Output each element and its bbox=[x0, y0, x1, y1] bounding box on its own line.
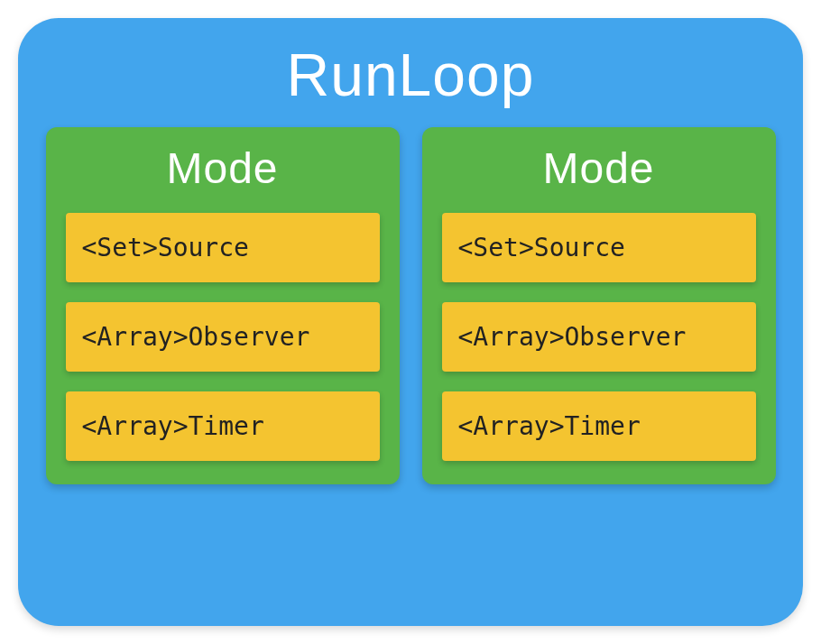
mode-item-observer: <Array>Observer bbox=[66, 302, 380, 372]
mode-box-0: Mode <Set>Source <Array>Observer <Array>… bbox=[46, 127, 400, 484]
mode-item-observer: <Array>Observer bbox=[442, 302, 756, 372]
mode-title: Mode bbox=[442, 143, 756, 193]
modes-row: Mode <Set>Source <Array>Observer <Array>… bbox=[45, 127, 776, 484]
mode-box-1: Mode <Set>Source <Array>Observer <Array>… bbox=[422, 127, 776, 484]
runloop-container: RunLoop Mode <Set>Source <Array>Observer… bbox=[18, 18, 803, 626]
mode-item-source: <Set>Source bbox=[442, 213, 756, 282]
mode-item-source: <Set>Source bbox=[66, 213, 380, 282]
mode-item-timer: <Array>Timer bbox=[442, 391, 756, 461]
mode-title: Mode bbox=[66, 143, 380, 193]
runloop-title: RunLoop bbox=[45, 41, 776, 109]
mode-item-timer: <Array>Timer bbox=[66, 391, 380, 461]
